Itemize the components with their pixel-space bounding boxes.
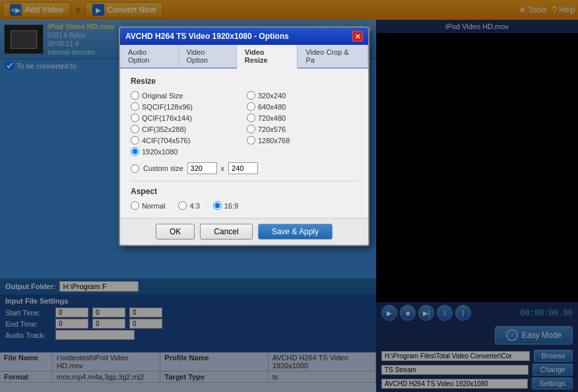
- radio-16-9-label: 16:9: [224, 202, 238, 210]
- ok-button[interactable]: OK: [156, 224, 195, 240]
- radio-cif: CIF(352x288): [131, 125, 241, 133]
- custom-size-label: Custom size: [143, 164, 183, 172]
- radio-normal: Normal: [131, 201, 165, 210]
- close-icon: ✕: [355, 33, 360, 40]
- radio-1280x768: 1280x768: [247, 136, 358, 145]
- radio-cif-label: CIF(352x288): [142, 125, 186, 133]
- dialog-body: Resize Original Size 320x240 SQCIF(128x9…: [120, 69, 368, 218]
- radio-720x480-input[interactable]: [247, 114, 255, 122]
- tab-crop-pad[interactable]: Video Crop & Pa: [298, 45, 368, 67]
- dialog-close-button[interactable]: ✕: [352, 31, 363, 42]
- radio-qcif-input[interactable]: [131, 114, 139, 122]
- radio-1920x1080: 1920x1080: [131, 147, 241, 156]
- custom-size-row: Custom size x: [131, 162, 358, 174]
- radio-640x480-input[interactable]: [247, 102, 255, 111]
- radio-1920x1080-label: 1920x1080: [142, 148, 177, 156]
- radio-normal-input[interactable]: [131, 201, 139, 210]
- radio-16-9: 16:9: [213, 201, 238, 210]
- tab-audio-option[interactable]: Audio Option: [120, 45, 179, 67]
- radio-1920x1080-input[interactable]: [131, 147, 139, 156]
- radio-sqcif: SQCIF(128x96): [131, 102, 241, 111]
- dialog-title: AVCHD H264 TS Video 1920x1080 - Options: [125, 32, 289, 41]
- radio-720x576-input[interactable]: [247, 125, 255, 133]
- radio-1280x768-input[interactable]: [247, 136, 255, 145]
- radio-4cif: 4CIF(704x576): [131, 136, 241, 145]
- radio-320x240-label: 320x240: [258, 92, 286, 100]
- radio-4-3: 4:3: [178, 201, 199, 210]
- radio-qcif: QCIF(176x144): [131, 114, 241, 122]
- radio-4-3-input[interactable]: [178, 201, 187, 210]
- radio-320x240-input[interactable]: [247, 91, 255, 100]
- custom-height-input[interactable]: [228, 162, 258, 174]
- dialog-footer: OK Cancel Save & Apply: [120, 218, 368, 245]
- radio-4-3-label: 4:3: [189, 202, 199, 210]
- resize-section-label: Resize: [131, 77, 358, 86]
- radio-normal-label: Normal: [142, 202, 165, 210]
- size-separator: x: [221, 164, 225, 172]
- tab-video-resize[interactable]: Video Resize: [237, 45, 298, 69]
- radio-original-size-input[interactable]: [131, 91, 139, 100]
- dialog-overlay: AVCHD H264 TS Video 1920x1080 - Options …: [0, 0, 578, 392]
- radio-640x480: 640x480: [247, 102, 358, 111]
- radio-sqcif-label: SQCIF(128x96): [142, 103, 193, 111]
- resize-radio-grid: Original Size 320x240 SQCIF(128x96) 640x…: [131, 91, 358, 156]
- options-dialog: AVCHD H264 TS Video 1920x1080 - Options …: [119, 26, 369, 246]
- tab-video-option[interactable]: Video Option: [179, 45, 237, 67]
- radio-qcif-label: QCIF(176x144): [142, 114, 192, 122]
- aspect-section: Aspect Normal 4:3 16:9: [131, 181, 358, 210]
- radio-640x480-label: 640x480: [258, 103, 286, 111]
- radio-720x576: 720x576: [247, 125, 358, 133]
- dialog-tabs: Audio Option Video Option Video Resize V…: [120, 45, 368, 69]
- radio-4cif-label: 4CIF(704x576): [142, 137, 190, 145]
- radio-custom-input[interactable]: [131, 164, 139, 173]
- radio-cif-input[interactable]: [131, 125, 139, 133]
- aspect-radio-row: Normal 4:3 16:9: [131, 201, 358, 210]
- aspect-section-label: Aspect: [131, 187, 358, 196]
- radio-320x240: 320x240: [247, 91, 358, 100]
- radio-sqcif-input[interactable]: [131, 102, 139, 111]
- dialog-titlebar: AVCHD H264 TS Video 1920x1080 - Options …: [120, 28, 368, 45]
- radio-720x576-label: 720x576: [258, 125, 286, 133]
- cancel-button[interactable]: Cancel: [200, 224, 252, 240]
- custom-width-input[interactable]: [187, 162, 217, 174]
- radio-original-size-label: Original Size: [142, 92, 183, 100]
- radio-1280x768-label: 1280x768: [258, 137, 290, 145]
- radio-16-9-input[interactable]: [213, 201, 222, 210]
- radio-4cif-input[interactable]: [131, 136, 139, 145]
- radio-720x480-label: 720x480: [258, 114, 286, 122]
- save-apply-button[interactable]: Save & Apply: [258, 224, 333, 240]
- radio-original-size: Original Size: [131, 91, 241, 100]
- radio-720x480: 720x480: [247, 114, 358, 122]
